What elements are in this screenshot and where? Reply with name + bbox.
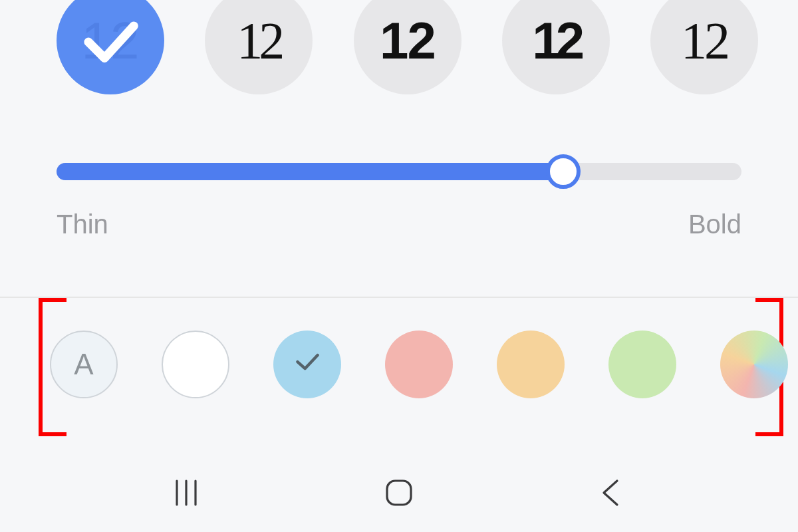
weight-slider: Thin Bold: [57, 163, 741, 239]
weight-slider-min-label: Thin: [57, 209, 108, 239]
font-style-option-4[interactable]: 12: [650, 0, 758, 94]
nav-recents-button[interactable]: [146, 473, 226, 513]
home-icon: [380, 474, 418, 511]
color-swatch-row: A: [50, 331, 788, 398]
font-style-label: 12: [82, 11, 140, 71]
color-swatch-red[interactable]: [385, 331, 453, 398]
color-swatch-auto-label: A: [74, 348, 93, 381]
weight-slider-fill: [57, 163, 563, 180]
color-swatch-auto[interactable]: A: [50, 331, 118, 398]
color-swatch-orange[interactable]: [497, 331, 565, 398]
weight-slider-track[interactable]: [57, 163, 741, 180]
check-icon: [289, 342, 326, 386]
section-divider: [0, 297, 798, 298]
recents-icon: [168, 474, 205, 511]
font-style-option-2[interactable]: 12: [354, 0, 462, 94]
svg-rect-3: [387, 481, 411, 505]
nav-home-button[interactable]: [359, 473, 439, 513]
nav-back-button[interactable]: [572, 473, 652, 513]
weight-slider-max-label: Bold: [688, 209, 741, 239]
color-swatch-blue[interactable]: [273, 331, 341, 398]
font-style-option-3[interactable]: 12: [502, 0, 610, 94]
font-style-label: 12: [237, 11, 281, 70]
color-swatch-rainbow[interactable]: [720, 331, 788, 398]
font-style-option-1[interactable]: 12: [205, 0, 313, 94]
color-swatch-green[interactable]: [608, 331, 676, 398]
system-nav-bar: [0, 454, 798, 532]
font-style-label: 12: [681, 11, 728, 70]
font-style-option-0[interactable]: 12: [57, 0, 164, 94]
weight-slider-thumb[interactable]: [546, 154, 581, 189]
font-style-label: 12: [532, 11, 579, 71]
color-swatch-white[interactable]: [162, 331, 229, 398]
back-icon: [593, 474, 630, 511]
weight-slider-labels: Thin Bold: [57, 209, 741, 239]
font-style-label: 12: [380, 11, 435, 71]
font-style-row: 12 12 12 12 12: [57, 0, 758, 94]
